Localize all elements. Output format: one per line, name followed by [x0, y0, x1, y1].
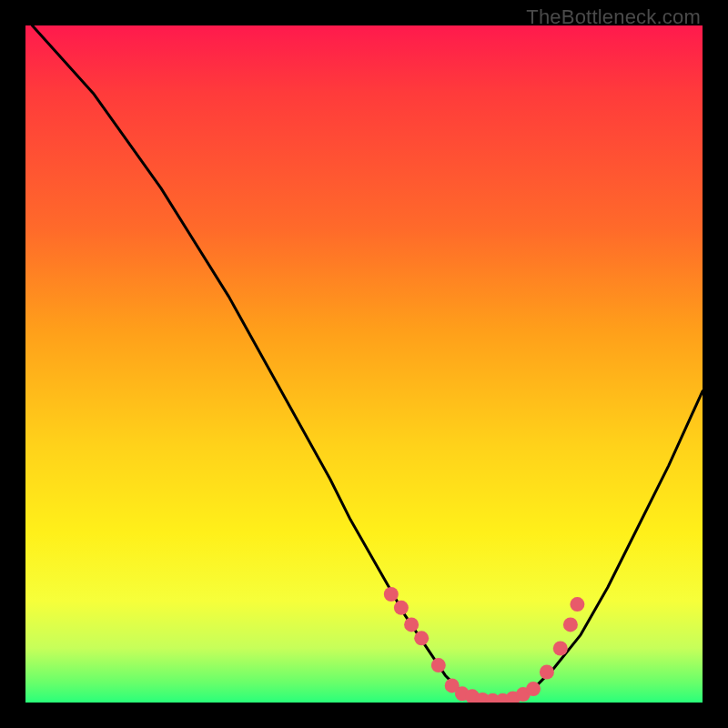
marker-dot [414, 631, 429, 645]
curve-layer [25, 25, 703, 703]
bottleneck-curve [32, 25, 703, 699]
marker-dot [563, 617, 578, 632]
chart-frame: TheBottleneck.com [0, 0, 728, 728]
marker-dot [384, 587, 399, 602]
marker-dot [540, 665, 554, 680]
marker-dot [526, 682, 541, 696]
marker-dot [404, 617, 419, 632]
marker-dot [431, 658, 446, 672]
marker-dot [570, 597, 584, 612]
marker-dot [394, 601, 409, 615]
watermark-text: TheBottleneck.com [526, 5, 701, 29]
marker-dot [553, 642, 568, 656]
plot-area [25, 25, 703, 703]
